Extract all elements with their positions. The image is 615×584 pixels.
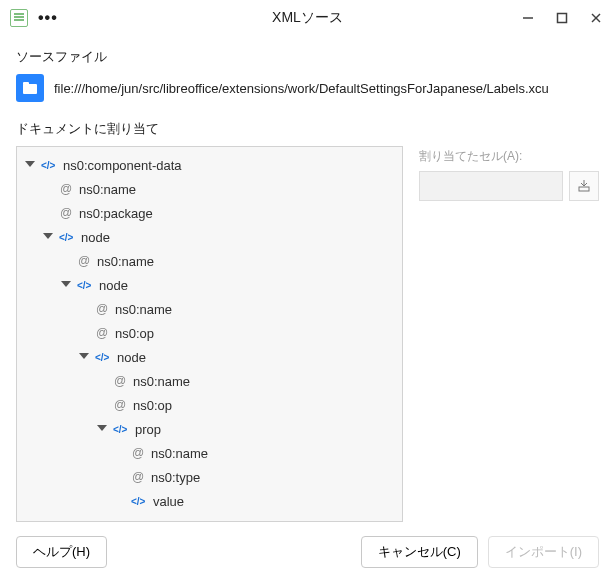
element-icon: </> xyxy=(95,350,111,364)
xml-tree[interactable]: </> ns0:component-data @ns0:name @ns0:pa… xyxy=(16,146,403,522)
tree-node-label: ns0:package xyxy=(79,206,153,221)
tree-attribute[interactable]: @ns0:type xyxy=(111,465,398,489)
tree-node-label: ns0:name xyxy=(115,302,172,317)
svg-text:</>: </> xyxy=(95,352,110,363)
tree-node-label: ns0:name xyxy=(97,254,154,269)
window-controls xyxy=(519,9,605,27)
tree-attribute[interactable]: @ns0:name xyxy=(111,441,398,465)
svg-text:</>: </> xyxy=(131,496,146,507)
element-icon: </> xyxy=(131,494,147,508)
help-button[interactable]: ヘルプ(H) xyxy=(16,536,107,568)
attribute-icon: @ xyxy=(113,374,127,388)
element-icon: </> xyxy=(77,278,93,292)
tree-node-label: node xyxy=(81,230,110,245)
expand-toggle[interactable] xyxy=(23,159,35,171)
tree-node-label: ns0:component-data xyxy=(63,158,182,173)
cell-assign-pane: 割り当てたセル(A): xyxy=(419,146,599,522)
tree-node-label: ns0:name xyxy=(79,182,136,197)
tree-element[interactable]: </> ns0:component-data xyxy=(21,153,398,177)
svg-text:</>: </> xyxy=(77,280,92,291)
tree-attribute[interactable]: @ns0:name xyxy=(93,369,398,393)
assigned-cell-label: 割り当てたセル(A): xyxy=(419,148,599,165)
attribute-icon: @ xyxy=(95,326,109,340)
title-bar: ••• XMLソース xyxy=(0,0,615,36)
element-icon: </> xyxy=(59,230,75,244)
svg-text:</>: </> xyxy=(59,232,74,243)
dialog-button-bar: ヘルプ(H) キャンセル(C) インポート(I) xyxy=(0,522,615,584)
svg-rect-1 xyxy=(558,14,567,23)
tree-element[interactable]: </>value xyxy=(111,489,398,513)
menu-button[interactable]: ••• xyxy=(38,9,58,27)
svg-text:</>: </> xyxy=(41,160,56,171)
tree-attribute[interactable]: @ns0:op xyxy=(75,321,398,345)
attribute-icon: @ xyxy=(77,254,91,268)
element-icon: </> xyxy=(113,422,129,436)
source-file-label: ソースファイル xyxy=(16,48,599,66)
assigned-cell-input[interactable] xyxy=(419,171,563,201)
attribute-icon: @ xyxy=(95,302,109,316)
import-button[interactable]: インポート(I) xyxy=(488,536,599,568)
tree-attribute[interactable]: @ns0:package xyxy=(39,201,398,225)
expand-toggle[interactable] xyxy=(77,351,89,363)
tree-element[interactable]: </>prop xyxy=(93,417,398,441)
expand-toggle[interactable] xyxy=(95,423,107,435)
source-file-path: file:///home/jun/src/libreoffice/extensi… xyxy=(54,81,549,96)
tree-node-label: ns0:op xyxy=(115,326,154,341)
attribute-icon: @ xyxy=(113,398,127,412)
expand-toggle[interactable] xyxy=(59,279,71,291)
tree-node-label: ns0:type xyxy=(151,470,200,485)
assign-label: ドキュメントに割り当て xyxy=(16,120,599,138)
tree-node-label: node xyxy=(117,350,146,365)
source-file-row: file:///home/jun/src/libreoffice/extensi… xyxy=(16,74,599,102)
tree-node-label: value xyxy=(153,494,184,509)
tree-node-label: node xyxy=(99,278,128,293)
tree-element[interactable]: </>node xyxy=(39,225,398,249)
svg-rect-4 xyxy=(23,84,37,94)
app-icon xyxy=(10,9,28,27)
close-button[interactable] xyxy=(587,9,605,27)
tree-attribute[interactable]: @ns0:op xyxy=(93,393,398,417)
shrink-reference-button[interactable] xyxy=(569,171,599,201)
file-browse-button[interactable] xyxy=(16,74,44,102)
tree-attribute[interactable]: @ns0:name xyxy=(75,297,398,321)
tree-node-label: ns0:name xyxy=(133,374,190,389)
attribute-icon: @ xyxy=(59,182,73,196)
svg-rect-5 xyxy=(23,82,29,85)
svg-rect-12 xyxy=(579,187,589,191)
tree-attribute[interactable]: @ns0:name xyxy=(57,249,398,273)
attribute-icon: @ xyxy=(131,470,145,484)
cancel-button[interactable]: キャンセル(C) xyxy=(361,536,478,568)
tree-node-label: prop xyxy=(135,422,161,437)
tree-attribute[interactable]: @ns0:name xyxy=(39,177,398,201)
tree-node-label: ns0:name xyxy=(151,446,208,461)
tree-element[interactable]: </>node xyxy=(75,345,398,369)
element-icon: </> xyxy=(41,158,57,172)
expand-toggle[interactable] xyxy=(41,231,53,243)
tree-node-label: ns0:op xyxy=(133,398,172,413)
attribute-icon: @ xyxy=(131,446,145,460)
svg-text:</>: </> xyxy=(113,424,128,435)
minimize-button[interactable] xyxy=(519,9,537,27)
maximize-button[interactable] xyxy=(553,9,571,27)
attribute-icon: @ xyxy=(59,206,73,220)
tree-element[interactable]: </>node xyxy=(57,273,398,297)
